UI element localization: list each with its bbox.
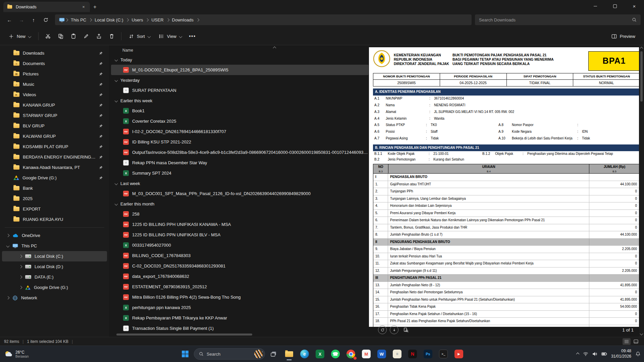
- sidebar-item-music[interactable]: Music: [2, 79, 107, 89]
- tab-close-icon[interactable]: ×: [80, 4, 87, 10]
- new-button[interactable]: New: [5, 30, 35, 42]
- file-row[interactable]: Transaction Status Single Bill Payment (…: [111, 323, 369, 334]
- breadcrumb[interactable]: This PC Local Disk (C:) Users USER Downl…: [55, 14, 472, 25]
- sidebar-item-bank[interactable]: Bank: [2, 183, 107, 193]
- new-tab-button[interactable]: +: [90, 2, 100, 12]
- crumb-users[interactable]: Users: [129, 17, 145, 22]
- chevron-right-icon[interactable]: [19, 255, 22, 258]
- notification-bell-icon[interactable]: [635, 351, 641, 357]
- scrollbar-thumb[interactable]: [116, 334, 252, 336]
- cut-button[interactable]: [42, 30, 54, 42]
- file-row[interactable]: OutputTaxInvoice-508d28ba-58e3-4ce9-a6c9…: [111, 147, 369, 158]
- file-row[interactable]: ESTATEMENT_08790363915_202512: [111, 282, 369, 292]
- sidebar-item-blv-grup[interactable]: BLV GRUP: [2, 121, 107, 131]
- large-icons-view-button[interactable]: [632, 338, 640, 345]
- sidebar-item-ruang-kerja-ayu[interactable]: RUANG KERJA AYU: [2, 214, 107, 225]
- up-button[interactable]: ↑: [28, 14, 40, 25]
- taskbar-app-word[interactable]: [375, 347, 388, 361]
- file-row[interactable]: 1225 ID BILLING PPH UNIFIKASI KANAWA - M…: [111, 219, 369, 230]
- taskbar-app-chrome[interactable]: [344, 347, 358, 361]
- file-row[interactable]: 0033174954027000: [111, 240, 369, 250]
- horizontal-scrollbar[interactable]: [116, 333, 363, 336]
- file-row[interactable]: Rekap Pembayaran PMB Trikarya ke KKP Anw…: [111, 313, 369, 323]
- crumb-local-disk-c[interactable]: Local Disk (C:): [92, 17, 125, 22]
- file-row[interactable]: perhitungan ppn kanawa 2025: [111, 302, 369, 313]
- sidebar-item-pictures[interactable]: Pictures: [2, 69, 107, 79]
- file-row[interactable]: SURAT PERNYATAAN: [111, 85, 369, 96]
- taskbar-search[interactable]: Search: [194, 348, 265, 360]
- rotate-left-button[interactable]: [378, 325, 387, 334]
- sidebar-item-2025[interactable]: 2025: [2, 193, 107, 204]
- sidebar-item-local-disk-c[interactable]: Local Disk (C:): [2, 251, 107, 261]
- file-row[interactable]: I-02-2_DOC062_DN2617694144666181330f707: [111, 126, 369, 137]
- search-input[interactable]: [479, 17, 629, 22]
- file-row[interactable]: BILLING_CODE_1767848303: [111, 250, 369, 261]
- sidebar-item-downloads[interactable]: Downloads: [2, 48, 107, 58]
- taskbar-app-terminal[interactable]: [437, 347, 450, 361]
- file-group-header[interactable]: Earlier this week: [109, 96, 374, 106]
- sidebar-item-data-e[interactable]: DATA (E:): [2, 272, 107, 282]
- sidebar-item-export[interactable]: EXPORT: [2, 204, 107, 214]
- forward-button[interactable]: →: [15, 14, 28, 25]
- task-view-button[interactable]: [267, 347, 280, 361]
- search-box[interactable]: [475, 14, 641, 25]
- file-row[interactable]: Rekap PPN masa Desember Star Way: [111, 158, 369, 168]
- sidebar-item-videos[interactable]: Videos: [2, 89, 107, 100]
- scroll-down-icon[interactable]: [640, 332, 643, 336]
- view-button[interactable]: View: [155, 30, 186, 42]
- sidebar-item-kanawa-abadi[interactable]: Kanawa Abadi Nusantara, PT: [2, 162, 107, 173]
- sidebar-item-berdaya-grup[interactable]: BERDAYA ENERGY ENGINERING (BEE) GRUP: [2, 152, 107, 162]
- file-row[interactable]: 258: [111, 209, 369, 219]
- taskbar-app-youtube[interactable]: [452, 347, 466, 361]
- chevron-down-icon[interactable]: [6, 244, 10, 248]
- back-button[interactable]: ←: [3, 14, 15, 25]
- chevron-right-icon[interactable]: [6, 296, 10, 300]
- taskbar-app-edge[interactable]: [298, 347, 311, 361]
- sidebar-item-this-pc[interactable]: This PC: [2, 241, 107, 251]
- sidebar-item-onedrive[interactable]: OneDrive: [2, 230, 107, 241]
- maximize-button[interactable]: [605, 0, 625, 12]
- taskbar-app-file-explorer[interactable]: [282, 347, 296, 361]
- copy-button[interactable]: [55, 30, 67, 42]
- taskbar-app-whatsapp[interactable]: [329, 347, 342, 361]
- share-button[interactable]: [93, 30, 105, 42]
- scroll-up-icon[interactable]: [640, 47, 643, 50]
- scrollbar-thumb[interactable]: [640, 51, 643, 102]
- hidden-icons-chevron[interactable]: [576, 352, 579, 356]
- file-group-header[interactable]: Earlier this month: [109, 199, 374, 209]
- paste-button[interactable]: [67, 30, 79, 42]
- rename-button[interactable]: [80, 30, 92, 42]
- sidebar-item-kosambi-plat-grup[interactable]: KOSAMBI PLAT GRUP: [2, 141, 107, 152]
- wifi-icon[interactable]: [583, 352, 588, 356]
- delete-button[interactable]: [106, 30, 118, 42]
- more-options-button[interactable]: •••: [186, 30, 199, 42]
- taskbar-app-netflix[interactable]: [406, 347, 419, 361]
- sort-button[interactable]: Sort: [125, 30, 154, 42]
- sidebar-item-starway-grup[interactable]: STARWAY GRUP: [2, 110, 107, 121]
- crumb-downloads[interactable]: Downloads: [170, 17, 196, 22]
- close-button[interactable]: ×: [625, 0, 644, 12]
- explorer-tab[interactable]: Downloads ×: [3, 2, 90, 12]
- details-view-button[interactable]: [623, 338, 631, 345]
- save-download-button[interactable]: [390, 325, 398, 334]
- sidebar-item-network[interactable]: Network: [2, 293, 107, 303]
- chevron-right-icon[interactable]: [19, 276, 22, 279]
- weather-widget[interactable]: 26°C Berawan: [4, 346, 29, 362]
- taskbar-app-photoshop[interactable]: [421, 347, 435, 361]
- file-row[interactable]: C-02_DOC020_DN25176335934868301293081: [111, 261, 369, 271]
- file-row[interactable]: M_03_DOC001_SPT_Masa_PPh_Pasal_2126_ID-f…: [111, 188, 369, 199]
- sidebar-item-documents[interactable]: Documents: [2, 58, 107, 69]
- taskbar-clock[interactable]: 09:48 31/01/2026: [611, 349, 631, 359]
- chevron-right-icon[interactable]: [6, 234, 10, 237]
- file-group-header[interactable]: Last week: [109, 178, 374, 188]
- file-group-header[interactable]: Yesterday: [109, 75, 374, 85]
- file-row[interactable]: Book1: [111, 106, 369, 116]
- crumb-this-pc[interactable]: This PC: [68, 17, 89, 22]
- start-button[interactable]: [178, 347, 192, 361]
- bing-daily-image[interactable]: [254, 350, 263, 358]
- file-row[interactable]: Mitra Billion 0126 Billing PPh 4(2) Sewa…: [111, 292, 369, 302]
- volume-icon[interactable]: [592, 352, 597, 356]
- file-row[interactable]: ID Billing KSU STP 2021-2022: [111, 137, 369, 147]
- file-row[interactable]: Summary SPT 2024: [111, 168, 369, 178]
- zoom-document-button[interactable]: [401, 325, 410, 334]
